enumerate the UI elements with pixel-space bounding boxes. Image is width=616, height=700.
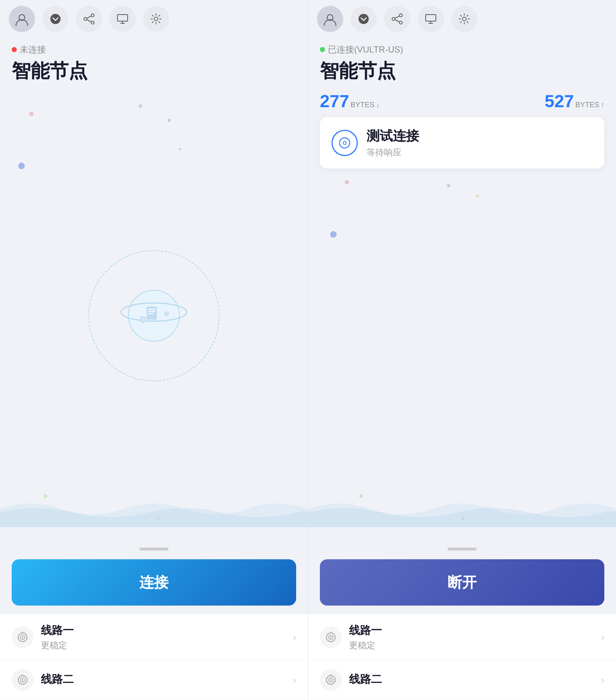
svg-line-32 xyxy=(395,16,399,18)
svg-point-28 xyxy=(359,14,369,24)
download-unit: BYTES xyxy=(350,101,375,109)
svg-point-39 xyxy=(343,141,346,144)
dot-1 xyxy=(29,112,34,116)
upload-unit: BYTES xyxy=(575,101,599,109)
rdot-4 xyxy=(330,231,337,238)
left-settings-button[interactable] xyxy=(143,6,169,32)
left-route-text-1: 线路一 更稳定 xyxy=(41,623,286,651)
right-data-stats: 277 BYTES ↓ 527 BYTES ↑ xyxy=(308,90,616,113)
right-route-item-1[interactable]: 线路一 更稳定 › xyxy=(308,614,616,660)
right-icon-bar xyxy=(308,0,616,38)
right-route-chevron-1: › xyxy=(601,631,604,643)
right-panel-title: 智能节点 xyxy=(308,57,616,90)
right-share-button[interactable] xyxy=(384,6,410,32)
svg-point-30 xyxy=(392,18,395,20)
left-route-name-2: 线路二 xyxy=(41,672,286,687)
dot-7 xyxy=(179,148,181,150)
svg-point-1 xyxy=(50,14,61,24)
rdot-3 xyxy=(476,195,479,198)
planet-svg xyxy=(114,276,194,356)
download-value: 277 xyxy=(320,91,349,111)
left-viz-area xyxy=(0,90,308,542)
svg-rect-34 xyxy=(426,15,436,21)
left-icon-bar xyxy=(0,0,308,38)
download-stat: 277 BYTES ↓ xyxy=(320,91,380,111)
svg-line-5 xyxy=(87,16,91,18)
test-text: 测试连接 等待响应 xyxy=(367,127,419,158)
svg-point-46 xyxy=(330,679,332,681)
left-route-chevron-2: › xyxy=(293,674,296,686)
upload-icon: ↑ xyxy=(601,101,604,109)
right-route-desc-1: 更稳定 xyxy=(349,639,594,651)
right-route-item-2[interactable]: 线路二 › xyxy=(308,660,616,700)
download-icon: ↓ xyxy=(376,101,380,109)
svg-point-42 xyxy=(330,637,332,638)
left-route-desc-1: 更稳定 xyxy=(41,639,286,651)
rdot-2 xyxy=(447,184,450,187)
right-route-icon-2 xyxy=(320,669,342,691)
right-avatar-button[interactable] xyxy=(317,6,343,32)
dot-2 xyxy=(139,104,142,108)
planet-illustration xyxy=(85,246,223,385)
svg-point-3 xyxy=(84,18,87,20)
svg-point-18 xyxy=(165,312,168,316)
left-route-text-2: 线路二 xyxy=(41,672,286,688)
left-route-list: 线路一 更稳定 › 线路二 › xyxy=(0,614,308,700)
upload-stat: 527 BYTES ↑ xyxy=(545,91,604,111)
left-status-text: 未连接 xyxy=(20,44,46,55)
left-dropdown-button[interactable] xyxy=(42,6,69,32)
right-drag-indicator xyxy=(448,548,477,551)
right-connection-status: 已连接(VULTR-US) xyxy=(308,38,616,57)
left-monitor-button[interactable] xyxy=(109,6,136,32)
left-panel: 未连接 智能节点 xyxy=(0,0,308,700)
right-route-chevron-2: › xyxy=(601,674,604,686)
right-route-name-2: 线路二 xyxy=(349,672,594,687)
right-monitor-button[interactable] xyxy=(418,6,444,32)
right-route-icon-1 xyxy=(320,626,342,648)
test-icon xyxy=(332,130,358,156)
left-share-button[interactable] xyxy=(76,6,102,32)
right-route-text-2: 线路二 xyxy=(349,672,594,688)
test-subtitle: 等待响应 xyxy=(367,147,419,158)
left-route-item-2[interactable]: 线路二 › xyxy=(0,660,308,700)
left-panel-title: 智能节点 xyxy=(0,57,308,90)
dot-4 xyxy=(18,163,25,169)
svg-point-25 xyxy=(22,679,23,681)
left-avatar-button[interactable] xyxy=(9,6,35,32)
left-drag-indicator xyxy=(139,548,168,551)
left-status-dot xyxy=(12,47,17,52)
left-route-icon-1 xyxy=(12,626,34,648)
rdot-1 xyxy=(345,180,349,184)
right-route-list: 线路一 更稳定 › 线路二 › xyxy=(308,614,616,700)
left-connection-status: 未连接 xyxy=(0,38,308,57)
svg-rect-15 xyxy=(148,311,155,312)
right-route-text-1: 线路一 更稳定 xyxy=(349,623,594,651)
left-route-chevron-1: › xyxy=(293,631,296,643)
svg-rect-14 xyxy=(148,309,155,310)
svg-rect-16 xyxy=(148,313,153,314)
left-route-name-1: 线路一 xyxy=(41,623,286,638)
svg-point-29 xyxy=(399,14,402,17)
right-status-dot xyxy=(320,47,325,52)
svg-line-33 xyxy=(395,20,399,22)
right-dropdown-button[interactable] xyxy=(350,6,377,32)
right-viz-area xyxy=(308,173,616,542)
svg-point-21 xyxy=(22,637,23,638)
right-wave-animation xyxy=(308,491,616,527)
left-connect-button[interactable]: 连接 xyxy=(12,559,296,606)
right-disconnect-button[interactable]: 断开 xyxy=(320,559,604,606)
svg-rect-7 xyxy=(117,15,128,21)
test-title: 测试连接 xyxy=(367,127,419,145)
right-panel: 已连接(VULTR-US) 智能节点 277 BYTES ↓ 527 BYTES… xyxy=(308,0,616,700)
svg-line-6 xyxy=(87,20,91,22)
test-connection-card[interactable]: 测试连接 等待响应 xyxy=(320,117,604,168)
svg-point-4 xyxy=(91,21,94,24)
upload-value: 527 xyxy=(545,91,574,111)
right-route-name-1: 线路一 xyxy=(349,623,594,638)
svg-point-10 xyxy=(154,17,158,21)
svg-point-37 xyxy=(462,17,466,21)
right-settings-button[interactable] xyxy=(451,6,477,32)
svg-point-17 xyxy=(140,316,146,322)
svg-point-2 xyxy=(91,14,94,17)
left-route-item-1[interactable]: 线路一 更稳定 › xyxy=(0,614,308,660)
